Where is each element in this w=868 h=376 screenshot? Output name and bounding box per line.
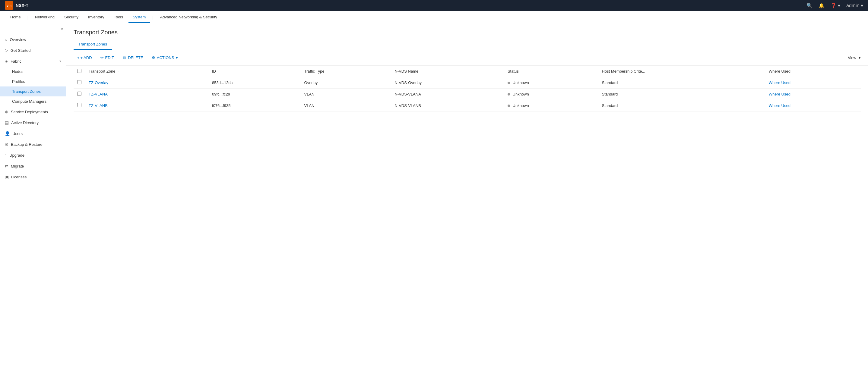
sort-icon[interactable]: ↑ xyxy=(117,70,119,73)
col-header-checkbox xyxy=(73,66,85,77)
sidebar-item-nodes[interactable]: Nodes xyxy=(0,67,66,76)
row-nvds-name-1: N-VDS-VLANA xyxy=(391,89,504,100)
delete-icon: 🗑 xyxy=(122,56,126,60)
actions-button[interactable]: ⚙ ACTIONS ▾ xyxy=(148,54,182,62)
sidebar-label-get-started: Get Started xyxy=(10,48,30,53)
sidebar-item-compute-managers[interactable]: Compute Managers xyxy=(0,96,66,106)
content-tabs: Transport Zones xyxy=(73,39,861,50)
sidebar-collapse[interactable]: « xyxy=(0,24,66,34)
row-checkbox-cell xyxy=(73,100,85,111)
row-id-2: f076...f935 xyxy=(208,100,301,111)
top-bar-right: 🔍 🔔 ❓ ▾ admin ▾ xyxy=(806,3,863,8)
sidebar-item-licenses[interactable]: ▣ Licenses xyxy=(0,171,66,182)
nav-advanced[interactable]: Advanced Networking & Security xyxy=(156,12,221,23)
delete-button[interactable]: 🗑 DELETE xyxy=(119,54,147,62)
sidebar-item-upgrade[interactable]: ↑ Upgrade xyxy=(0,150,66,161)
sidebar-item-get-started[interactable]: ▷ Get Started xyxy=(0,45,66,56)
backup-icon: ⊙ xyxy=(5,142,8,147)
tab-transport-zones[interactable]: Transport Zones xyxy=(73,39,112,50)
sidebar-label-upgrade: Upgrade xyxy=(9,153,25,158)
sidebar-label-overview: Overview xyxy=(10,37,26,42)
top-bar: vm NSX-T 🔍 🔔 ❓ ▾ admin ▾ xyxy=(0,0,868,11)
edit-button[interactable]: ✏ EDIT xyxy=(97,54,118,62)
sidebar-item-active-directory[interactable]: ▤ Active Directory xyxy=(0,117,66,128)
transport-zones-table: Transport Zone ↑ ID Traffic Type N-VDS N… xyxy=(73,66,861,111)
where-used-link-1[interactable]: Where Used xyxy=(769,92,790,96)
nav-tools[interactable]: Tools xyxy=(110,12,127,23)
col-header-id: ID xyxy=(208,66,301,77)
view-label: View xyxy=(848,56,856,60)
sidebar-item-fabric[interactable]: ◈ Fabric ▾ xyxy=(0,56,66,67)
status-dot-1 xyxy=(507,93,510,96)
table-row: TZ-Overlay 853d...12da Overlay N-VDS-Ove… xyxy=(73,77,861,89)
row-status-1: Unknown xyxy=(504,89,598,100)
where-used-link-0[interactable]: Where Used xyxy=(769,80,790,85)
sidebar-label-service-deployments: Service Deployments xyxy=(11,110,48,114)
row-checkbox-1[interactable] xyxy=(77,92,82,96)
sidebar-label-licenses: Licenses xyxy=(11,175,27,179)
sidebar-item-profiles[interactable]: Profiles xyxy=(0,76,66,87)
sidebar-item-migrate[interactable]: ⇄ Migrate xyxy=(0,161,66,171)
row-nvds-name-2: N-VDS-VLANB xyxy=(391,100,504,111)
row-checkbox-0[interactable] xyxy=(77,80,82,84)
sidebar-label-active-directory: Active Directory xyxy=(11,121,39,125)
vm-icon: vm xyxy=(5,1,13,10)
transport-zone-link-2[interactable]: TZ-VLANB xyxy=(89,103,108,108)
nav-system[interactable]: System xyxy=(128,12,150,23)
upgrade-icon: ↑ xyxy=(5,153,7,158)
search-icon[interactable]: 🔍 xyxy=(806,3,812,8)
sidebar-item-overview[interactable]: ○ Overview xyxy=(0,34,66,45)
where-used-link-2[interactable]: Where Used xyxy=(769,103,790,108)
nav-home[interactable]: Home xyxy=(6,12,25,23)
help-icon[interactable]: ❓ ▾ xyxy=(831,3,840,8)
row-name-1: TZ-VLANA xyxy=(85,89,208,100)
sidebar-item-backup-restore[interactable]: ⊙ Backup & Restore xyxy=(0,139,66,150)
row-checkbox-cell xyxy=(73,89,85,100)
view-chevron-icon[interactable]: ▾ xyxy=(859,56,861,60)
collapse-icon[interactable]: « xyxy=(61,27,63,31)
status-dot-2 xyxy=(507,105,510,107)
col-header-traffic-type: Traffic Type xyxy=(301,66,391,77)
row-where-used-0: Where Used xyxy=(765,77,861,89)
nav-inventory[interactable]: Inventory xyxy=(84,12,108,23)
sidebar-item-users[interactable]: 👤 Users xyxy=(0,128,66,139)
status-dot-0 xyxy=(507,82,510,84)
nav-networking[interactable]: Networking xyxy=(31,12,59,23)
col-header-status: Status xyxy=(504,66,598,77)
main-content: Transport Zones Transport Zones + + ADD … xyxy=(66,24,868,376)
table-row: TZ-VLANA 09fc...fc29 VLAN N-VDS-VLANA Un… xyxy=(73,89,861,100)
row-id-0: 853d...12da xyxy=(208,77,301,89)
sidebar-label-compute-managers: Compute Managers xyxy=(12,99,46,104)
row-nvds-name-0: N-VDS-Overlay xyxy=(391,77,504,89)
overview-icon: ○ xyxy=(5,37,7,42)
row-name-2: TZ-VLANB xyxy=(85,100,208,111)
sidebar-label-backup-restore: Backup & Restore xyxy=(11,142,42,147)
row-traffic-type-0: Overlay xyxy=(301,77,391,89)
col-header-where-used: Where Used xyxy=(765,66,861,77)
nav-security[interactable]: Security xyxy=(60,12,83,23)
add-button[interactable]: + + ADD xyxy=(73,54,96,62)
table-row: TZ-VLANB f076...f935 VLAN N-VDS-VLANB Un… xyxy=(73,100,861,111)
app-logo: vm NSX-T xyxy=(5,1,28,10)
row-host-membership-2: Standard xyxy=(598,100,765,111)
row-name-0: TZ-Overlay xyxy=(85,77,208,89)
row-checkbox-cell xyxy=(73,77,85,89)
notification-icon[interactable]: 🔔 xyxy=(818,3,825,8)
row-status-0: Unknown xyxy=(504,77,598,89)
content-header: Transport Zones Transport Zones xyxy=(66,24,868,50)
sidebar-item-service-deployments[interactable]: ⊕ Service Deployments xyxy=(0,106,66,117)
row-id-1: 09fc...fc29 xyxy=(208,89,301,100)
row-host-membership-1: Standard xyxy=(598,89,765,100)
row-checkbox-2[interactable] xyxy=(77,103,82,107)
sidebar: « ○ Overview ▷ Get Started ◈ Fabric ▾ No… xyxy=(0,24,66,376)
sidebar-item-transport-zones[interactable]: Transport Zones xyxy=(0,87,66,96)
transport-zone-link-0[interactable]: TZ-Overlay xyxy=(89,80,108,85)
select-all-checkbox[interactable] xyxy=(77,69,82,73)
nav-bar: Home | Networking Security Inventory Too… xyxy=(0,11,868,24)
sidebar-label-users: Users xyxy=(12,131,23,136)
user-menu[interactable]: admin ▾ xyxy=(846,3,863,8)
app-body: « ○ Overview ▷ Get Started ◈ Fabric ▾ No… xyxy=(0,24,868,376)
table-container: Transport Zone ↑ ID Traffic Type N-VDS N… xyxy=(66,66,868,111)
transport-zone-link-1[interactable]: TZ-VLANA xyxy=(89,92,108,96)
service-deployments-icon: ⊕ xyxy=(5,109,8,114)
